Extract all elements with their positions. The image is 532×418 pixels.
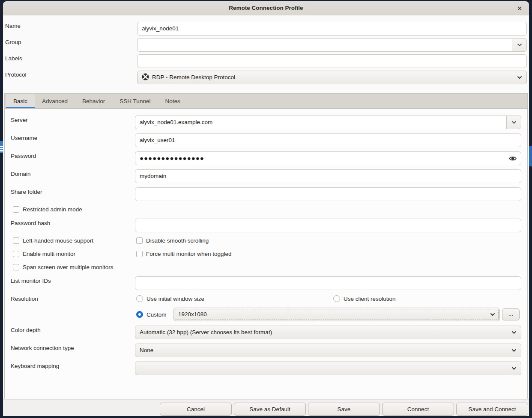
resolution-client-label: Use client resolution	[344, 296, 396, 302]
color-depth-select[interactable]: Automatic (32 bpp) (Server chooses its b…	[135, 326, 521, 339]
chevron-down-icon	[517, 74, 523, 80]
chevron-down-icon	[511, 365, 517, 371]
group-dropdown-button[interactable]	[512, 38, 527, 52]
chevron-down-icon	[490, 311, 496, 317]
server-combo: alyvix_node01.example.com	[135, 116, 521, 129]
save-button[interactable]: Save	[308, 403, 380, 416]
tab-basic[interactable]: Basic	[6, 94, 35, 108]
save-and-connect-button[interactable]: Save and Connect	[456, 403, 528, 416]
window-title: Remote Connection Profile	[3, 5, 529, 11]
keyboard-mapping-select[interactable]	[135, 362, 521, 375]
protocol-label: Protocol	[5, 71, 27, 78]
group-input[interactable]	[137, 38, 512, 52]
force-multi-label: Force multi monitor when toggled	[146, 251, 232, 257]
checkbox-box[interactable]	[13, 251, 19, 257]
group-label: Group	[5, 39, 21, 45]
password-hash-label: Password hash	[11, 220, 50, 226]
background-window-fragment-left	[0, 141, 3, 153]
server-input[interactable]: alyvix_node01.example.com	[135, 116, 506, 129]
cancel-button[interactable]: Cancel	[160, 403, 232, 416]
custom-resolution-value: 1920x1080	[178, 311, 207, 317]
resolution-custom-label: Custom	[146, 311, 167, 318]
checkbox-box[interactable]	[13, 206, 19, 213]
network-type-label: Network connection type	[11, 345, 74, 351]
multi-monitor-label: Enable multi monitor	[23, 251, 75, 257]
resolution-label: Resolution	[11, 296, 38, 302]
radio-icon[interactable]	[333, 295, 340, 302]
chevron-down-icon	[517, 42, 523, 48]
labels-label: Labels	[5, 55, 22, 62]
close-icon[interactable]: ✕	[514, 3, 525, 14]
checkbox-box[interactable]	[136, 237, 143, 244]
left-handed-label: Left-handed mouse support	[23, 237, 93, 244]
name-label: Name	[5, 23, 21, 29]
tab-bar: Basic Advanced Behavior SSH Tunnel Notes	[5, 94, 527, 109]
screen: Remote Connection Profile ✕ Name alyvix_…	[0, 0, 532, 418]
save-as-default-button[interactable]: Save as Default	[234, 403, 306, 416]
connect-button[interactable]: Connect	[382, 403, 454, 416]
password-input[interactable]: ●●●●●●●●●●●●●●●	[135, 151, 521, 165]
server-dropdown-button[interactable]	[506, 116, 521, 129]
resolution-client-radio[interactable]: Use client resolution	[333, 295, 396, 302]
protocol-value: RDP - Remote Desktop Protocol	[152, 74, 235, 80]
reveal-password-button[interactable]	[507, 153, 518, 164]
disable-smooth-label: Disable smooth scrolling	[146, 237, 209, 244]
name-input[interactable]: alyvix_node01	[137, 22, 527, 36]
tab-ssh-tunnel[interactable]: SSH Tunnel	[112, 94, 158, 108]
list-monitor-ids-input[interactable]	[135, 276, 521, 290]
list-monitor-ids-label: List monitor IDs	[11, 278, 51, 284]
disable-smooth-checkbox[interactable]: Disable smooth scrolling	[136, 237, 209, 244]
keyboard-mapping-label: Keyboard mapping	[11, 363, 59, 369]
span-screen-label: Span screen over multiple monitors	[23, 264, 114, 270]
share-folder-input[interactable]	[135, 187, 521, 201]
titlebar[interactable]: Remote Connection Profile ✕	[3, 1, 529, 16]
color-depth-value: Automatic (32 bpp) (Server chooses its b…	[140, 329, 272, 335]
multi-monitor-checkbox[interactable]: Enable multi monitor	[13, 251, 75, 257]
radio-icon[interactable]	[136, 295, 143, 302]
domain-input[interactable]: mydomain	[135, 169, 521, 183]
restricted-admin-label: Restricted admin mode	[23, 206, 82, 213]
span-screen-checkbox[interactable]: Span screen over multiple monitors	[13, 264, 114, 270]
group-combo	[137, 38, 527, 52]
chevron-down-icon	[511, 329, 517, 335]
background-window-fragment-right	[529, 146, 532, 166]
radio-selected-icon[interactable]	[136, 311, 143, 318]
checkbox-box[interactable]	[136, 251, 143, 257]
password-label: Password	[11, 153, 36, 159]
left-handed-checkbox[interactable]: Left-handed mouse support	[13, 237, 93, 244]
resolution-custom-radio[interactable]: Custom	[136, 311, 167, 318]
checkbox-box[interactable]	[13, 264, 19, 270]
custom-resolution-select[interactable]: 1920x1080	[173, 308, 500, 321]
chevron-down-icon	[511, 119, 517, 125]
restricted-admin-checkbox[interactable]: Restricted admin mode	[13, 206, 82, 213]
username-label: Username	[11, 135, 37, 141]
resolution-initial-window-label: Use initial window size	[146, 296, 204, 302]
rdp-protocol-icon	[142, 73, 149, 80]
checkbox-box[interactable]	[13, 237, 19, 244]
force-multi-checkbox[interactable]: Force multi monitor when toggled	[136, 251, 232, 257]
password-hash-input[interactable]	[135, 219, 521, 232]
protocol-select[interactable]: RDP - Remote Desktop Protocol	[137, 71, 527, 84]
network-type-value: None	[140, 347, 153, 353]
eye-icon	[509, 155, 517, 162]
tab-behavior[interactable]: Behavior	[75, 94, 112, 108]
tab-notes[interactable]: Notes	[158, 94, 187, 108]
chevron-down-icon	[511, 347, 517, 353]
domain-label: Domain	[11, 171, 31, 177]
resolution-initial-window-radio[interactable]: Use initial window size	[136, 295, 204, 302]
server-label: Server	[11, 117, 28, 123]
labels-input[interactable]	[137, 54, 527, 68]
tab-advanced[interactable]: Advanced	[35, 94, 75, 108]
resolution-more-button[interactable]: ...	[502, 308, 520, 320]
color-depth-label: Color depth	[11, 327, 41, 333]
share-folder-label: Share folder	[11, 189, 42, 195]
network-type-select[interactable]: None	[135, 344, 521, 357]
username-input[interactable]: alyvix_user01	[135, 133, 521, 147]
